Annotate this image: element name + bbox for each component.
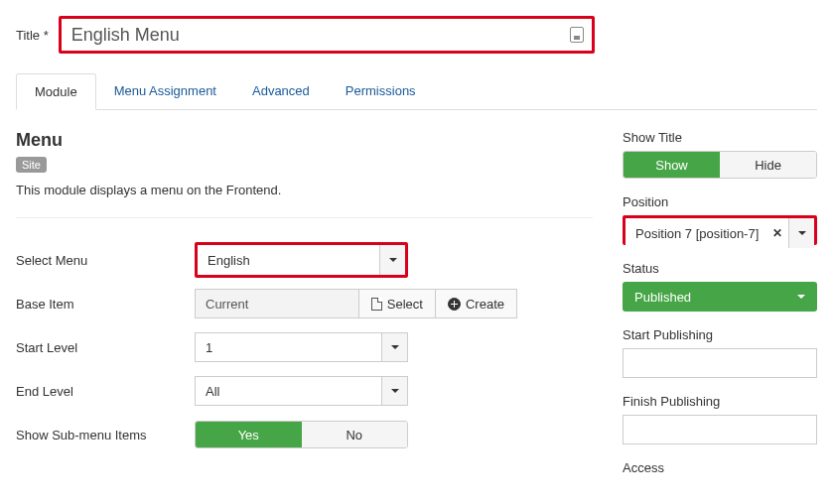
sidebar-column: Show Title Show Hide Position Position 7… [623, 130, 817, 481]
position-highlight: Position 7 [position-7] ✕ [623, 215, 817, 245]
show-title-show[interactable]: Show [624, 152, 720, 178]
position-dropdown[interactable]: Position 7 [position-7] ✕ [625, 218, 814, 248]
chevron-down-icon [381, 333, 407, 361]
start-publishing-label: Start Publishing [623, 327, 817, 342]
show-title-hide[interactable]: Hide [720, 152, 816, 178]
plus-icon [448, 298, 461, 311]
show-title-label: Show Title [623, 130, 817, 145]
title-input-highlight [59, 16, 595, 54]
title-input[interactable] [69, 24, 570, 47]
select-menu-dropdown[interactable]: English [198, 245, 405, 275]
end-level-value: All [196, 384, 381, 399]
tab-permissions[interactable]: Permissions [328, 73, 434, 109]
module-description: This module displays a menu on the Front… [16, 183, 593, 218]
start-level-dropdown[interactable]: 1 [195, 332, 408, 362]
base-item-create-button[interactable]: Create [436, 289, 517, 318]
finish-publishing-input[interactable] [623, 415, 817, 444]
title-label: Title * [16, 28, 49, 43]
base-item-value: Current [195, 289, 359, 318]
select-menu-label: Select Menu [16, 253, 195, 268]
show-submenu-yes[interactable]: Yes [196, 422, 302, 447]
status-label: Status [623, 261, 817, 276]
tab-module[interactable]: Module [16, 73, 96, 110]
tab-bar: Module Menu Assignment Advanced Permissi… [16, 73, 817, 110]
chevron-down-icon [797, 295, 805, 299]
autofill-indicator-icon [570, 27, 584, 43]
select-menu-value: English [198, 253, 379, 268]
module-heading: Menu [16, 130, 593, 151]
start-publishing-input[interactable] [623, 348, 817, 378]
show-title-toggle: Show Hide [623, 151, 817, 179]
end-level-label: End Level [16, 384, 195, 399]
start-level-label: Start Level [16, 340, 195, 355]
tab-advanced[interactable]: Advanced [234, 73, 328, 109]
chevron-down-icon [379, 245, 405, 275]
site-badge: Site [16, 157, 47, 173]
show-submenu-no[interactable]: No [302, 422, 408, 447]
main-column: Menu Site This module displays a menu on… [16, 130, 593, 481]
clear-icon[interactable]: ✕ [772, 226, 782, 240]
position-label: Position [623, 194, 817, 209]
start-level-value: 1 [196, 340, 381, 355]
chevron-down-icon [381, 377, 407, 405]
title-row: Title * [16, 16, 817, 54]
file-icon [371, 298, 382, 311]
base-item-label: Base Item [16, 297, 195, 312]
tab-menu-assignment[interactable]: Menu Assignment [96, 73, 234, 109]
end-level-dropdown[interactable]: All [195, 376, 408, 406]
access-label: Access [623, 460, 817, 475]
finish-publishing-label: Finish Publishing [623, 394, 817, 409]
status-value: Published [623, 290, 797, 305]
show-submenu-label: Show Sub-menu Items [16, 428, 195, 442]
show-submenu-toggle: Yes No [195, 421, 408, 448]
select-menu-highlight: English [195, 242, 408, 278]
base-item-select-button[interactable]: Select [359, 289, 436, 318]
chevron-down-icon [788, 218, 814, 248]
position-value: Position 7 [position-7] [635, 226, 759, 241]
status-dropdown[interactable]: Published [623, 282, 817, 312]
